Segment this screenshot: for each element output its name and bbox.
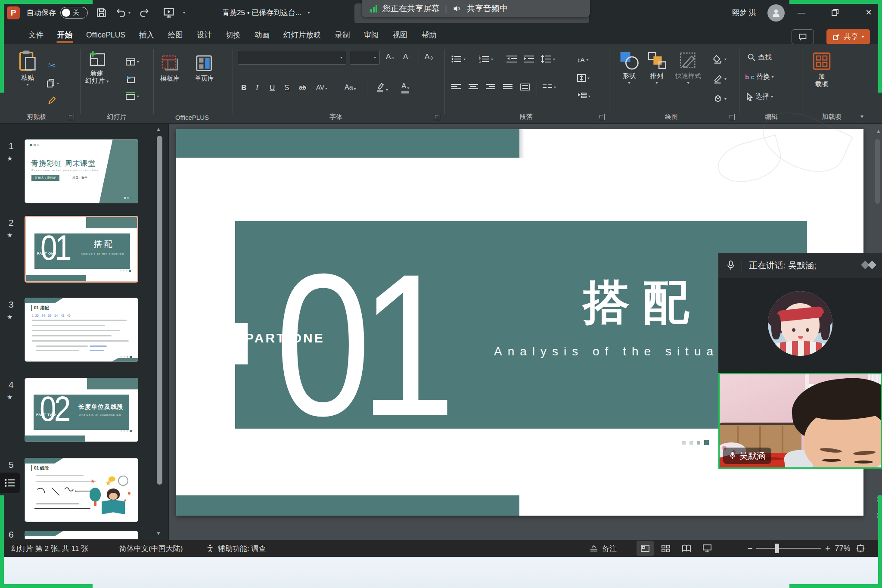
zoom-slider[interactable] — [756, 548, 821, 549]
restore-button[interactable] — [825, 3, 845, 22]
comments-button[interactable] — [792, 29, 814, 44]
change-case-button[interactable]: Aa▾ — [345, 84, 356, 91]
tab-file[interactable]: 文件 — [22, 26, 50, 44]
add-ins-button[interactable]: 加载项 — [811, 51, 832, 88]
slideshow-view-button[interactable] — [699, 541, 716, 556]
cut-button[interactable]: ✂ — [48, 60, 56, 71]
align-text-button[interactable]: ▾ — [577, 74, 590, 82]
slide-thumbnail-2-selected[interactable]: 01 PART ONE 搭配 Analysis of the situation — [25, 216, 138, 283]
line-spacing-button[interactable]: ▾ — [541, 55, 555, 63]
minimize-button[interactable]: — — [792, 3, 811, 22]
font-color-button[interactable]: A▾ — [401, 82, 409, 90]
find-button[interactable]: 查找 — [747, 53, 772, 62]
character-spacing-button[interactable]: AV▾ — [316, 84, 327, 91]
tab-insert[interactable]: 插入 — [132, 26, 161, 44]
columns-button[interactable]: ▾ — [543, 84, 556, 90]
slide-thumbnail-6-partial[interactable] — [25, 531, 138, 539]
format-painter-button[interactable] — [47, 96, 57, 105]
language-status[interactable]: 简体中文(中国大陆) — [119, 540, 183, 557]
editor-scrollbar[interactable] — [875, 139, 880, 204]
slide-thumbnail-5[interactable]: 01 线段 ★ ★ ♥ ♥ — [25, 458, 138, 522]
numbering-button[interactable]: 123▾ — [479, 55, 493, 63]
save-button[interactable] — [96, 7, 107, 19]
bullets-button[interactable]: ▾ — [451, 55, 466, 63]
user-avatar[interactable] — [767, 4, 785, 22]
template-library-button[interactable]: 模板库 — [160, 54, 180, 82]
select-button[interactable]: 选择▾ — [746, 92, 773, 101]
text-shadow-button[interactable]: S — [284, 84, 289, 92]
share-button[interactable]: 共享 ▾ — [826, 29, 870, 44]
shape-outline-button[interactable]: ▾ — [713, 74, 727, 84]
quick-styles-button[interactable]: 快速样式▾ — [675, 51, 701, 86]
justify-button[interactable] — [503, 84, 512, 90]
zoom-slider-handle[interactable] — [775, 544, 779, 553]
clear-formatting-button[interactable]: A◊ — [425, 53, 433, 61]
increase-indent-button[interactable] — [524, 55, 534, 63]
clipboard-dialog-launcher[interactable] — [68, 114, 74, 120]
shape-fill-button[interactable]: ▾ — [713, 54, 727, 64]
tab-draw[interactable]: 绘图 — [161, 26, 190, 44]
slide-title-text[interactable]: 搭配 — [583, 271, 702, 334]
accessibility-status[interactable]: 辅助功能: 调查 — [206, 540, 266, 557]
text-direction-button[interactable]: ↕A▾ — [577, 56, 589, 63]
thumb-scroll-down-arrow[interactable]: ▼ — [156, 530, 161, 536]
slide-part-label[interactable]: PART ONE — [245, 331, 325, 345]
align-left-button[interactable] — [451, 84, 461, 90]
previous-slide-button[interactable]: ▲▲ — [876, 495, 881, 501]
document-title[interactable]: 青携25 • 已保存到这台... ▾ — [222, 8, 310, 18]
thumb-scrollbar[interactable] — [157, 136, 162, 485]
decrease-font-button[interactable]: Aˇ — [403, 53, 410, 61]
bold-button[interactable]: B — [241, 84, 246, 92]
distribute-text-button[interactable] — [520, 84, 530, 90]
shapes-button[interactable]: 形状▾ — [619, 51, 639, 86]
highlight-color-button[interactable]: ▾ — [376, 82, 388, 92]
zoom-in-button[interactable]: + — [821, 543, 835, 554]
next-slide-button[interactable]: ▼▼ — [876, 513, 881, 519]
convert-smartart-button[interactable]: ▾ — [577, 92, 590, 100]
reset-slide-button[interactable] — [126, 75, 135, 84]
tab-design[interactable]: 设计 — [190, 26, 219, 44]
tab-home[interactable]: 开始 — [50, 26, 79, 44]
quick-access-chevron-icon[interactable]: ▾ — [183, 11, 185, 15]
reading-view-button[interactable] — [678, 541, 695, 556]
meeting-avatar-panel[interactable]: e — [718, 278, 882, 373]
meeting-video-feed[interactable]: 吴默涵 — [718, 373, 882, 469]
tab-help[interactable]: 帮助 — [415, 26, 444, 44]
user-name[interactable]: 熙梦 洪 — [732, 8, 756, 18]
single-page-library-button[interactable]: 单页库 — [195, 54, 214, 82]
close-button[interactable]: ✕ — [859, 3, 879, 22]
zoom-out-button[interactable]: − — [744, 544, 756, 554]
tab-transitions[interactable]: 切换 — [219, 26, 248, 44]
shape-effects-button[interactable]: ▾ — [713, 94, 727, 103]
strikethrough-button[interactable]: ab — [299, 84, 306, 91]
thumb-scroll-up-arrow[interactable]: ▲ — [156, 126, 161, 132]
align-center-button[interactable] — [469, 84, 478, 90]
redo-button[interactable] — [139, 7, 150, 18]
align-right-button[interactable] — [486, 84, 495, 90]
tab-officeplus[interactable]: OfficePLUS — [79, 26, 132, 44]
increase-font-button[interactable]: A^ — [386, 53, 394, 61]
replace-button[interactable]: bc 替换▾ — [745, 72, 774, 81]
slide-thumbnail-1[interactable]: 青携彩虹 周末课堂 Green contracted powerpoint te… — [25, 139, 138, 203]
title-chevron-icon[interactable]: ▾ — [307, 11, 310, 15]
collapse-ribbon-chevron-icon[interactable]: ▾ — [860, 114, 863, 119]
slide-layout-button[interactable]: ▾ — [126, 58, 139, 65]
autosave-toggle[interactable]: 关 — [60, 7, 88, 19]
drawing-dialog-launcher[interactable] — [729, 114, 735, 120]
section-button[interactable]: ▾ — [126, 92, 139, 100]
arrange-button[interactable]: 排列▾ — [647, 51, 667, 86]
notes-button[interactable]: 备注 — [589, 540, 617, 557]
italic-button[interactable]: I — [256, 84, 258, 92]
zoom-level[interactable]: 77% — [835, 544, 851, 553]
underline-button[interactable]: U — [270, 84, 275, 92]
decrease-indent-button[interactable] — [506, 55, 517, 63]
copy-button[interactable]: ▾ — [47, 78, 59, 88]
font-name-select[interactable]: ▾ — [238, 50, 346, 65]
fit-to-window-button[interactable] — [856, 544, 865, 553]
font-dialog-launcher[interactable] — [434, 114, 440, 120]
new-slide-button[interactable]: 新建幻灯片 ▾ — [85, 50, 109, 84]
powerpoint-app-icon[interactable]: P — [7, 6, 20, 19]
font-size-select[interactable]: ▾ — [350, 50, 380, 65]
undo-chevron-icon[interactable]: ▾ — [128, 11, 130, 15]
tab-review[interactable]: 审阅 — [357, 26, 386, 44]
